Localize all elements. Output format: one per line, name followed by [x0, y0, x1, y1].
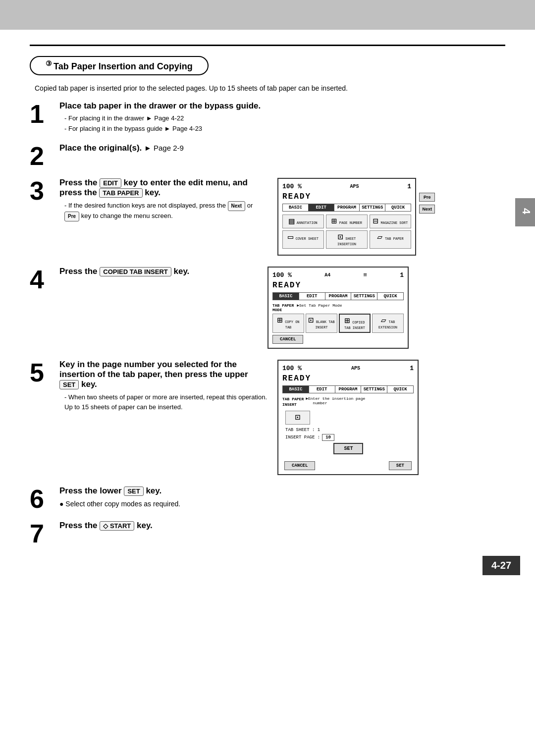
- step-3-number: 3: [30, 178, 54, 204]
- tab4-program: PROGRAM: [325, 293, 352, 300]
- step-3-left: 3 Press the EDIT key to enter the edit m…: [30, 178, 268, 256]
- screen-3-top: 100 % APS 1: [282, 183, 411, 190]
- screen-5-top: 100 % APS 1: [282, 365, 414, 372]
- icon-page-number: ⊞ PAGE NUMBER: [326, 215, 368, 228]
- step-5-screen-area: 100 % APS 1 READY BASIC EDIT PROGRAM SET…: [277, 360, 505, 475]
- tab-paper-mode-label: TAB PAPERMODE ►Set Tab Paper Mode: [272, 303, 404, 312]
- icon-copied-tab-insert: ⊞ COPIED TAB INSERT: [339, 314, 371, 333]
- screen-3-tabs: BASIC EDIT PROGRAM SETTINGS QUICK: [282, 204, 411, 212]
- pre-btn: Pre: [419, 193, 435, 202]
- step-4-screen-area: 100 % A4 ≡ 1 READY BASIC EDIT PROGRAM SE…: [268, 267, 505, 349]
- tab5-basic: BASIC: [283, 386, 309, 393]
- icon-copy-on-tab: ⊞ COPY ON TAB: [272, 314, 304, 333]
- top-bar: [0, 0, 535, 30]
- step-4: 4 Press the COPIED TAB INSERT key. 100 %…: [30, 267, 505, 349]
- step-1: 1 Place tab paper in the drawer or the b…: [30, 101, 505, 134]
- icon-blank-tab-insert: ⊡ BLANK TAB INSERT: [306, 314, 337, 333]
- next-btn: Next: [419, 205, 435, 214]
- step-7-number: 7: [30, 521, 54, 546]
- tab5-quick: QUICK: [387, 386, 413, 393]
- screen-4-ready: READY: [272, 281, 404, 290]
- insert-page-value: 10: [322, 434, 334, 441]
- tab4-edit: EDIT: [299, 293, 325, 300]
- screen-5-box: 100 % APS 1 READY BASIC EDIT PROGRAM SET…: [277, 360, 419, 475]
- tab-quick: QUICK: [385, 204, 411, 211]
- step-1-content: Place tab paper in the drawer or the byp…: [59, 101, 505, 134]
- step-4-number: 4: [30, 267, 54, 292]
- step-1-number: 1: [30, 101, 54, 127]
- step-6-bullet: ● Select other copy modes as required.: [59, 500, 505, 508]
- step-2-content: Place the original(s). ► Page 2-9: [59, 143, 505, 156]
- step-1-sub-1: - For placing it in the drawer ► Page 4-…: [64, 113, 505, 124]
- step-3: 3 Press the EDIT key to enter the edit m…: [30, 178, 505, 256]
- tab5-program: PROGRAM: [335, 386, 362, 393]
- screen-3-side-btns: Pre Next: [419, 193, 435, 214]
- step-7: 7 Press the ◇ START key.: [30, 521, 505, 546]
- tab-basic: BASIC: [283, 204, 309, 211]
- step-2: 2 Place the original(s). ► Page 2-9: [30, 143, 505, 169]
- step-1-title: Place tab paper in the drawer or the byp…: [59, 101, 505, 111]
- tab4-basic: BASIC: [273, 293, 299, 300]
- section-header: ③Tab Paper Insertion and Copying: [30, 56, 209, 75]
- icon-cover-sheet: ▭ COVER SHEET: [282, 230, 324, 249]
- step-4-title: Press the COPIED TAB INSERT key.: [59, 267, 268, 276]
- section-title: ③Tab Paper Insertion and Copying: [46, 61, 193, 71]
- tab5-edit: EDIT: [309, 386, 335, 393]
- page-container: 4 ③Tab Paper Insertion and Copying Copie…: [0, 0, 535, 756]
- tab4-quick: QUICK: [377, 293, 403, 300]
- icon-tab-paper: ▱ TAB PAPER: [370, 230, 411, 249]
- tab-edit: EDIT: [309, 204, 334, 211]
- screen-3-icons: ▤ ANNOTATION ⊞ PAGE NUMBER ⊟ MAGAZINE SO…: [282, 215, 411, 249]
- icon-tab-extension: ▱ TAB EXTENSION: [372, 314, 404, 333]
- step-2-number: 2: [30, 143, 54, 169]
- step-3-screen-area: 100 % APS 1 READY BASIC EDIT PROGRAM SET…: [277, 178, 505, 256]
- screen-3-box: 100 % APS 1 READY BASIC EDIT PROGRAM SET…: [277, 178, 416, 256]
- screen-3-ready: READY: [282, 192, 411, 201]
- tab-paper-insert-label: TAB PAPERINSERT ►Enter the insertion pag…: [282, 396, 414, 407]
- screen-4-icons: ⊞ COPY ON TAB ⊡ BLANK TAB INSERT ⊞ COPIE…: [272, 314, 404, 333]
- step-5-content: Key in the page number you selected for …: [59, 360, 268, 413]
- step-5-left: 5 Key in the page number you selected fo…: [30, 360, 268, 475]
- step-3-sub: - If the desired function keys are not d…: [64, 201, 268, 221]
- step-5-number: 5: [30, 360, 54, 385]
- step-4-left: 4 Press the COPIED TAB INSERT key.: [30, 267, 268, 349]
- intro-text: Copied tab paper is inserted prior to th…: [35, 84, 505, 92]
- step-6-title: Press the lower SET key.: [59, 486, 505, 496]
- step-6-content: Press the lower SET key. ● Select other …: [59, 486, 505, 508]
- step-6-number: 6: [30, 486, 54, 512]
- step-3-content: Press the EDIT key to enter the edit men…: [59, 178, 268, 221]
- tab-insert-icon: ⊡: [285, 411, 310, 425]
- icon-annotation: ▤ ANNOTATION: [282, 215, 324, 228]
- step-5-title: Key in the page number you selected for …: [59, 360, 268, 389]
- step-1-sub-2: - For placing it in the bypass guide ► P…: [64, 124, 505, 134]
- step-5: 5 Key in the page number you selected fo…: [30, 360, 505, 475]
- tab-settings: SETTINGS: [360, 204, 385, 211]
- step-2-title: Place the original(s). ► Page 2-9: [59, 143, 505, 153]
- cancel-btn-4: CANCEL: [272, 335, 303, 344]
- step-6: 6 Press the lower SET key. ● Select othe…: [30, 486, 505, 512]
- screen-5-tabs: BASIC EDIT PROGRAM SETTINGS QUICK: [282, 385, 414, 393]
- tab-program: PROGRAM: [334, 204, 360, 211]
- step-4-content: Press the COPIED TAB INSERT key.: [59, 267, 268, 279]
- screen-5-bottom: CANCEL SET: [282, 461, 414, 470]
- page-number-badge: 4-27: [482, 556, 520, 575]
- step-5-sub: - When two sheets of paper or more are i…: [64, 392, 268, 413]
- cancel-btn-5: CANCEL: [284, 461, 315, 470]
- screen-5-content: ⊡ TAB SHEET : 1 INSERT PAGE : 10 SET: [282, 409, 414, 458]
- step-3-screen: 100 % APS 1 READY BASIC EDIT PROGRAM SET…: [277, 178, 416, 256]
- step-3-title: Press the EDIT key to enter the edit men…: [59, 178, 268, 198]
- step-7-content: Press the ◇ START key.: [59, 521, 505, 533]
- icon-sheet-insertion: ⊡ SHEET INSERTION: [326, 230, 368, 249]
- icon-magazine-sort: ⊟ MAGAZINE SORT: [370, 215, 411, 228]
- tab-sheet-row: TAB SHEET : 1: [285, 428, 411, 432]
- upper-set-btn: SET: [333, 443, 363, 454]
- tab5-settings: SETTINGS: [361, 386, 387, 393]
- insert-page-row: INSERT PAGE : 10: [285, 434, 411, 441]
- screen-5-ready: READY: [282, 374, 414, 383]
- tab4-settings: SETTINGS: [351, 293, 377, 300]
- top-rule: [30, 45, 505, 46]
- screen-4-box: 100 % A4 ≡ 1 READY BASIC EDIT PROGRAM SE…: [268, 267, 409, 349]
- screen-4-tabs: BASIC EDIT PROGRAM SETTINGS QUICK: [272, 292, 404, 300]
- step-7-title: Press the ◇ START key.: [59, 521, 505, 531]
- screen-4-top: 100 % A4 ≡ 1: [272, 271, 404, 279]
